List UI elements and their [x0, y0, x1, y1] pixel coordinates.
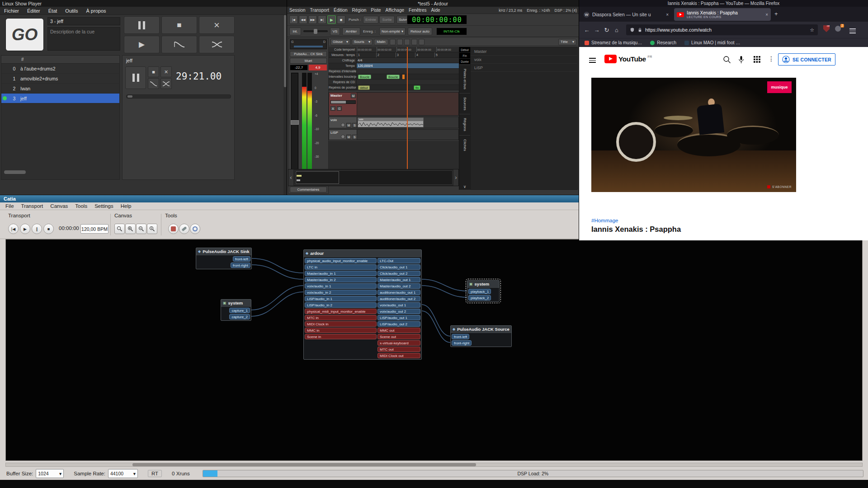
mute-button[interactable]: Muet	[290, 58, 327, 64]
gain-display[interactable]: -22,7	[290, 65, 308, 70]
cue-fade-out-button[interactable]	[148, 78, 159, 89]
editor-list-tab[interactable]: Clichés	[459, 135, 470, 155]
midi-input-port[interactable]: Scene in	[305, 334, 377, 339]
youtube-guide-button[interactable]	[589, 56, 596, 64]
bookmark-item[interactable]: Linux MAO | midi foot …	[684, 40, 740, 45]
audio-input-port[interactable]: physical_audio_input_monitor_enable	[305, 258, 377, 263]
midi-output-port[interactable]: MIDI Clock out	[377, 353, 420, 358]
audio-region[interactable]: voix	[358, 117, 424, 127]
sync-source-display[interactable]: INT/M-Clk	[436, 28, 467, 35]
shuttle-handle[interactable]	[314, 29, 317, 34]
sign-in-button[interactable]: SE CONNECTER	[778, 53, 835, 66]
mute-button[interactable]: M	[346, 135, 351, 139]
audio-output-port[interactable]: auditioner/audio_out 1	[377, 290, 420, 295]
fade-in-out-all-button[interactable]	[199, 36, 235, 53]
audio-input-port[interactable]: voix/audio_in 2	[305, 290, 377, 295]
smart-mode-button[interactable]: Malin	[374, 39, 388, 45]
output-routing-button[interactable]: PulseAu... CK Sink	[290, 51, 327, 57]
pause-all-button[interactable]	[124, 16, 160, 34]
track-header-voix[interactable]: voix M S	[329, 117, 357, 128]
summary-scroll-right-button[interactable]: ›	[453, 169, 458, 186]
ruler-location-markers[interactable]: Repères de position début fin	[329, 85, 459, 90]
audio-input-port[interactable]: front-right	[452, 340, 472, 346]
cue-fade-in-button[interactable]	[160, 78, 172, 89]
track-area-empty[interactable]	[329, 141, 459, 169]
cue-name-field[interactable]	[47, 17, 120, 25]
resume-all-button[interactable]: ▶	[124, 36, 160, 53]
vari-speed-button[interactable]: VS	[330, 28, 340, 35]
mute-button[interactable]: M	[346, 123, 351, 127]
master-mute-button[interactable]: M	[351, 94, 356, 98]
patchbay-canvas[interactable]: ◆PulseAudio JACK Sink front-leftfront-ri…	[5, 239, 863, 461]
panner-widget[interactable]: G D	[290, 39, 327, 49]
end-marker[interactable]: fin	[414, 85, 420, 90]
catia-menu-item[interactable]: Tools	[71, 203, 91, 209]
audio-output-port[interactable]: capture_1	[229, 308, 250, 313]
track-lane-master[interactable]	[357, 92, 459, 116]
search-icon[interactable]	[723, 56, 731, 64]
audio-input-port[interactable]: Master/audio_in 1	[305, 271, 377, 276]
go-to-start-button[interactable]: |◀	[289, 15, 298, 24]
catia-menu-item[interactable]: Canvas	[47, 203, 71, 209]
node-pulseaudio-jack-source[interactable]: ◆PulseAudio JACK Source front-leftfront-…	[450, 325, 512, 347]
transport-to-start-button[interactable]: |◀	[8, 224, 19, 234]
ruler-meter[interactable]: Chiffrage 4/4	[329, 58, 459, 63]
apps-grid-icon[interactable]	[754, 56, 760, 63]
ardour-menu-item[interactable]: Transport	[308, 8, 331, 13]
gain-fader[interactable]	[291, 73, 298, 172]
audio-input-port[interactable]: voix/audio_in 1	[305, 283, 377, 289]
audio-output-port[interactable]: LTC-Out	[377, 258, 420, 263]
fader-handle[interactable]	[291, 120, 299, 125]
go-to-end-button[interactable]: ▶|	[318, 15, 326, 24]
audio-input-port[interactable]: Master/audio_in 2	[305, 277, 377, 282]
menu-hamburger-button[interactable]	[849, 27, 856, 35]
comments-button[interactable]: Commentaires	[290, 187, 327, 192]
audio-input-port[interactable]: playback_2	[468, 295, 491, 300]
transport-play-button[interactable]: ▶	[20, 224, 30, 234]
audio-output-port[interactable]: Master/audio_out 1	[377, 277, 420, 282]
ardour-menu-item[interactable]: Fenêtres	[406, 8, 429, 13]
solo-button[interactable]: S	[352, 123, 357, 127]
summary-view-rect[interactable]	[296, 171, 339, 184]
audio-output-port[interactable]: LiSP/audio_out 1	[377, 315, 420, 320]
ardour-menu-item[interactable]: Édition	[331, 8, 350, 13]
midi-input-port[interactable]: physical_midi_input_monitor_enable	[305, 309, 377, 314]
cue-list-row[interactable]: 1 amovible2+drums	[1, 74, 119, 84]
playhead[interactable]	[407, 47, 408, 169]
ruler-range-markers[interactable]: Repères d'intervalle	[329, 69, 459, 74]
group-button[interactable]: G	[337, 106, 342, 111]
fast-forward-button[interactable]: ▶▶	[308, 15, 317, 24]
url-bar[interactable]: https://www.youtube.com/watch ☆	[626, 24, 818, 35]
audio-input-port[interactable]: front-left	[452, 334, 469, 339]
grab-tool-icon[interactable]	[390, 39, 396, 45]
close-tab-icon[interactable]: ×	[765, 12, 768, 17]
ruler-timecode[interactable]: Code temporel 00:00:00:0000:00:02:0000:0…	[329, 47, 459, 52]
forward-button[interactable]: →	[592, 27, 602, 33]
tools-configure-button[interactable]	[168, 224, 179, 234]
cut-tool-icon[interactable]	[404, 39, 410, 45]
stop-mode-button[interactable]: Arrêter	[342, 28, 360, 35]
zoom-fit-button[interactable]	[114, 224, 125, 234]
url-text[interactable]: https://www.youtube.com/watch	[645, 27, 807, 33]
audio-input-port[interactable]: LTC in	[305, 264, 377, 270]
audio-output-port[interactable]: Master/audio_out 2	[377, 283, 420, 289]
interrupt-all-button[interactable]: ×	[199, 16, 235, 34]
editor-list-tab[interactable]: Sources	[459, 93, 470, 114]
zoom-100-button[interactable]	[147, 224, 157, 234]
cue-list-scrollbar[interactable]	[4, 170, 26, 174]
go-button[interactable]: GO	[5, 18, 44, 51]
automation-button[interactable]: A	[330, 106, 335, 111]
range-tool-icon[interactable]	[397, 39, 403, 45]
slider-handle[interactable]	[127, 95, 132, 98]
punch-marker[interactable]	[402, 75, 405, 79]
zoom-focus-dropdown[interactable]: Tête▾	[558, 39, 576, 45]
ardour-menu-item[interactable]: Aide	[429, 8, 443, 13]
track-header-master[interactable]: Master M A G	[329, 92, 357, 116]
bookmark-star-icon[interactable]: ☆	[810, 27, 814, 33]
stretch-tool-icon[interactable]	[411, 39, 417, 45]
lsp-menu-item[interactable]: Outils	[61, 8, 82, 14]
sample-rate-select[interactable]: 44100▾	[108, 469, 138, 478]
lsp-menu-item[interactable]: À propos	[82, 8, 110, 14]
tracking-shield-icon[interactable]	[630, 27, 635, 33]
edit-mode-dropdown[interactable]: Glisse▾	[330, 39, 350, 45]
